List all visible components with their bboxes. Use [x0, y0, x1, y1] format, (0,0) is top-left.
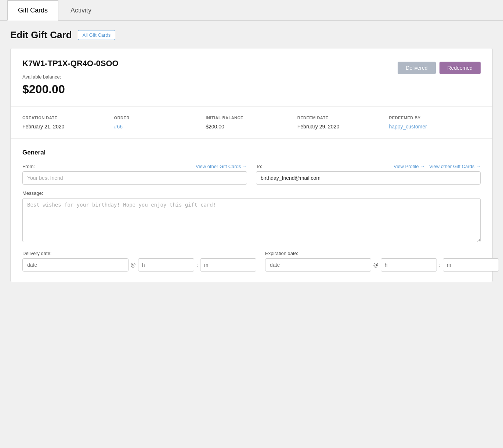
to-group: To: View Profile → View other Gift Cards… — [256, 164, 481, 185]
order-label: ORDER — [114, 116, 206, 120]
tabs-bar: Gift Cards Activity — [0, 0, 503, 21]
order-value: #66 — [114, 124, 206, 130]
available-balance-label: Available balance: — [22, 74, 119, 80]
delivery-minute-input[interactable] — [200, 258, 256, 272]
message-label: Message: — [22, 190, 43, 196]
card-top: K7W1-TP1X-QR4O-0SOO Available balance: $… — [11, 48, 492, 106]
meta-creation-date: CREATION DATE February 21, 2020 — [22, 116, 114, 130]
meta-redeem-date: REDEEM DATE February 29, 2020 — [297, 116, 389, 130]
expiration-minute-input[interactable] — [443, 258, 499, 272]
delivery-hour-input[interactable] — [138, 258, 194, 272]
status-buttons: Delivered Redeemed — [398, 62, 481, 74]
message-textarea[interactable] — [22, 198, 481, 242]
redeemed-button[interactable]: Redeemed — [439, 62, 481, 74]
to-label: To: — [256, 164, 262, 169]
message-group: Message: — [22, 190, 481, 243]
meta-order: ORDER #66 — [114, 116, 206, 130]
delivered-button[interactable]: Delivered — [398, 62, 435, 74]
date-row: Delivery date: @ : Expiration date: — [22, 251, 481, 272]
expiration-date-label: Expiration date: — [265, 251, 499, 256]
to-input[interactable] — [256, 171, 481, 185]
page-header: Edit Gift Card All Gift Cards — [10, 29, 493, 41]
from-input[interactable] — [22, 171, 247, 185]
expiration-date-inputs: @ : — [265, 258, 499, 272]
general-section-title: General — [22, 149, 481, 156]
redeem-date-label: REDEEM DATE — [297, 116, 389, 120]
gift-card-card: K7W1-TP1X-QR4O-0SOO Available balance: $… — [10, 48, 493, 282]
from-group: From: View other Gift Cards → — [22, 164, 247, 185]
message-label-row: Message: — [22, 190, 481, 196]
tab-activity[interactable]: Activity — [60, 0, 102, 21]
card-meta: CREATION DATE February 21, 2020 ORDER #6… — [11, 106, 492, 138]
redeemed-by-link[interactable]: happy_customer — [389, 124, 427, 130]
main-content: Edit Gift Card All Gift Cards K7W1-TP1X-… — [0, 21, 503, 291]
gift-card-code: K7W1-TP1X-QR4O-0SOO — [22, 59, 119, 68]
initial-balance-label: INITIAL BALANCE — [206, 116, 297, 120]
delivery-date-label: Delivery date: — [22, 251, 256, 256]
all-gift-cards-button[interactable]: All Gift Cards — [78, 30, 116, 40]
from-label-row: From: View other Gift Cards → — [22, 164, 247, 169]
card-general: General From: View other Gift Cards → — [11, 138, 492, 282]
balance-amount: $200.00 — [22, 83, 119, 96]
gift-card-info: K7W1-TP1X-QR4O-0SOO Available balance: $… — [22, 59, 119, 96]
redeemed-by-value: happy_customer — [389, 124, 481, 130]
from-view-other-link[interactable]: View other Gift Cards → — [196, 164, 247, 169]
to-view-profile-link[interactable]: View Profile → — [394, 164, 425, 169]
redeemed-by-label: REDEEMED BY — [389, 116, 481, 120]
page-wrapper: Gift Cards Activity Edit Gift Card All G… — [0, 0, 503, 448]
delivery-at-symbol: @ — [131, 262, 136, 268]
delivery-date-group: Delivery date: @ : — [22, 251, 256, 272]
expiration-colon-symbol: : — [439, 262, 441, 268]
meta-redeemed-by: REDEEMED BY happy_customer — [389, 116, 481, 130]
delivery-date-inputs: @ : — [22, 258, 256, 272]
tab-gift-cards[interactable]: Gift Cards — [7, 0, 58, 21]
initial-balance-value: $200.00 — [206, 124, 297, 130]
expiration-date-group: Expiration date: @ : — [265, 251, 499, 272]
to-view-other-link[interactable]: View other Gift Cards → — [429, 164, 481, 169]
expiration-date-input[interactable] — [265, 258, 371, 272]
delivery-date-input[interactable] — [22, 258, 129, 272]
delivery-colon-symbol: : — [196, 262, 198, 268]
expiration-hour-input[interactable] — [381, 258, 437, 272]
to-label-row: To: View Profile → View other Gift Cards… — [256, 164, 481, 169]
expiration-at-symbol: @ — [373, 262, 379, 268]
creation-date-label: CREATION DATE — [22, 116, 114, 120]
creation-date-value: February 21, 2020 — [22, 124, 114, 130]
from-to-row: From: View other Gift Cards → To: View P… — [22, 164, 481, 185]
order-link[interactable]: #66 — [114, 124, 123, 130]
to-links: View Profile → View other Gift Cards → — [394, 164, 481, 169]
redeem-date-value: February 29, 2020 — [297, 124, 389, 130]
from-label: From: — [22, 164, 35, 169]
page-title: Edit Gift Card — [10, 29, 72, 41]
meta-initial-balance: INITIAL BALANCE $200.00 — [206, 116, 297, 130]
